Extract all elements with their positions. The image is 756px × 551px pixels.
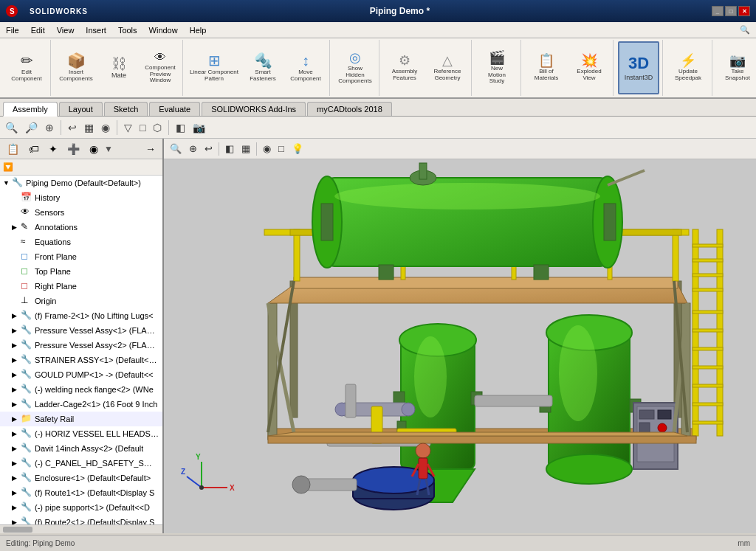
linear-pattern-icon: ⊞: [208, 53, 221, 68]
update-speedpak-button[interactable]: ⚡ UpdateSpeedpak: [667, 41, 709, 94]
display-mode-icon[interactable]: ▽: [122, 120, 134, 135]
toolbar-group-components: 📦 InsertComponents ⛓ Mate 👁 ComponentPre…: [52, 40, 183, 96]
menu-tools[interactable]: Tools: [112, 22, 143, 38]
tab-solidworks-addins[interactable]: SOLIDWORKS Add-Ins: [202, 102, 306, 116]
quick-search[interactable]: 🔍: [740, 25, 750, 35]
assembly-features-button[interactable]: ⚙ AssemblyFeatures: [384, 41, 425, 94]
config-manager-icon[interactable]: ✦: [45, 141, 61, 157]
tree-ladder[interactable]: ▶ 🔧 Ladder-Cage2<1> (16 Foot 9 Inch: [0, 397, 162, 412]
update-speedpak-icon: ⚡: [680, 54, 696, 67]
assembly-canvas[interactable]: X Y Z: [164, 146, 756, 519]
tree-cpanel[interactable]: ▶ 🔧 (-) C_PANEL_HD_SAFETY_SWITC: [0, 456, 162, 471]
tree-strainer[interactable]: ▶ 🔧 STRAINER ASSY<1> (Default<Det: [0, 353, 162, 367]
shading-icon[interactable]: □: [137, 120, 148, 135]
horizontal-scrollbar[interactable]: [0, 524, 162, 533]
tab-evaluate[interactable]: Evaluate: [149, 102, 200, 116]
tree-origin[interactable]: ⊥ Origin: [0, 294, 162, 308]
smart-fasteners-label: SmartFasteners: [250, 69, 276, 83]
previous-view-icon[interactable]: ↩: [66, 120, 79, 135]
top-plane-label: Top Plane: [35, 267, 71, 276]
show-hidden-label: ShowHiddenComponents: [338, 66, 371, 85]
insert-components-label: InsertComponents: [59, 69, 92, 83]
camera-icon[interactable]: 📷: [190, 120, 207, 135]
update-speedpak-label: UpdateSpeedpak: [675, 69, 701, 82]
menu-edit[interactable]: Edit: [25, 22, 51, 38]
tree-enclosure[interactable]: ▶ 🔧 Enclosure<1> (Default<Default>: [0, 471, 162, 485]
smart-fasteners-button[interactable]: 🔩 SmartFasteners: [242, 41, 284, 94]
tree-pipe-support[interactable]: ▶ 🔧 (-) pipe support<1> (Default<<D: [0, 500, 162, 515]
linear-pattern-button[interactable]: ⊞ Linear ComponentPattern: [188, 41, 241, 94]
tree-davit[interactable]: ▶ 🔧 Davit 14inch Assy<2> (Default: [0, 441, 162, 456]
tree-equations[interactable]: ≈ Equations: [0, 235, 162, 249]
tree-right-plane[interactable]: ◻ Right Plane: [0, 279, 162, 294]
scrollbar-thumb[interactable]: [3, 527, 32, 533]
toolbar-group-snapshot: 📷 TakeSnapshot: [714, 40, 756, 96]
instant3d-icon: 3D: [628, 54, 649, 73]
filter-input[interactable]: [13, 163, 159, 172]
dim-expert-icon[interactable]: ➕: [63, 141, 83, 157]
menu-view[interactable]: View: [51, 22, 80, 38]
menu-file[interactable]: File: [0, 22, 25, 38]
sensors-label: Sensors: [35, 208, 64, 217]
tree-pv1[interactable]: ▶ 🔧 Pressure Vessel Assy<1> (FLANGI: [0, 323, 162, 338]
tree-annotations[interactable]: ▶ ✎ Annotations: [0, 220, 162, 235]
close-button[interactable]: ✕: [738, 6, 750, 16]
reference-geometry-button[interactable]: △ ReferenceGeometry: [427, 41, 468, 94]
route1-arrow: ▶: [12, 489, 21, 496]
show-hidden-button[interactable]: ◎ ShowHiddenComponents: [334, 41, 376, 94]
feature-manager-icon[interactable]: 📋: [3, 141, 23, 157]
tab-assembly[interactable]: Assembly: [3, 102, 58, 117]
exploded-view-button[interactable]: 💥 ExplodedView: [568, 41, 610, 94]
zoom-icon[interactable]: 🔎: [23, 120, 40, 135]
maximize-button[interactable]: □: [725, 6, 737, 16]
property-manager-icon[interactable]: 🏷: [25, 141, 43, 157]
tree-weld-flange[interactable]: ▶ 🔧 (-) welding neck flange<2> (WNe: [0, 382, 162, 397]
new-motion-study-button[interactable]: 🎬 NewMotionStudy: [476, 41, 518, 94]
svg-rect-65: [693, 311, 723, 313]
tree-safety-rail[interactable]: ▶ 📁 Safety Rail: [0, 412, 162, 426]
edit-component-button[interactable]: ✏ EditComponent: [6, 41, 47, 94]
tree-top-plane[interactable]: ◻ Top Plane: [0, 264, 162, 279]
tree-frame[interactable]: ▶ 🔧 (f) Frame-2<1> (No Lifting Lugs<: [0, 308, 162, 323]
tree-sensors[interactable]: 👁 Sensors: [0, 205, 162, 220]
tree-gould-pump[interactable]: ▶ 🔧 GOULD PUMP<1> -> (Default<<: [0, 367, 162, 382]
tree-history[interactable]: 📅 History: [0, 190, 162, 205]
component-preview-button[interactable]: 👁 ComponentPreviewWindow: [141, 41, 179, 94]
mate-button[interactable]: ⛓ Mate: [98, 41, 140, 94]
instant3d-label: Instant3D: [625, 74, 653, 82]
svg-rect-64: [693, 288, 723, 291]
pv1-label: Pressure Vessel Assy<1> (FLANGI: [35, 326, 159, 335]
right-plane-label: Right Plane: [35, 282, 77, 291]
svg-rect-45: [346, 384, 356, 417]
tree-route2[interactable]: ▶ 🔧 (f) Route2<1> (Default<Display S: [0, 515, 162, 524]
tab-layout[interactable]: Layout: [59, 102, 103, 116]
window-controls[interactable]: _ □ ✕: [712, 6, 750, 16]
tree-horiz-vessel[interactable]: ▶ 🔧 (-) HORIZ VESSEL ELL HEADS-003: [0, 426, 162, 441]
tree-front-plane[interactable]: ◻ Front Plane: [0, 249, 162, 264]
tree-route1[interactable]: ▶ 🔧 (f) Route1<1> (Default<Display S: [0, 485, 162, 500]
instant3d-button[interactable]: 3D Instant3D: [618, 41, 659, 94]
enclosure-icon: 🔧: [21, 472, 32, 484]
appearance-icon[interactable]: ◉: [86, 141, 102, 157]
bill-of-materials-button[interactable]: 📋 Bill ofMaterials: [526, 41, 567, 94]
move-component-button[interactable]: ↕ MoveComponent: [285, 41, 326, 94]
view-grid-icon[interactable]: ▦: [82, 120, 96, 135]
expand-collapse-icon[interactable]: →: [142, 141, 159, 157]
viewport[interactable]: 🔍 ⊕ ↩ ◧ ▦ ◉ □ 💡: [164, 139, 756, 533]
menu-help[interactable]: Help: [184, 22, 213, 38]
safety-rail-arrow: ▶: [12, 415, 21, 423]
tree-pv2[interactable]: ▶ 🔧 Pressure Vessel Assy<2> (FLANGI: [0, 338, 162, 353]
section-view-icon[interactable]: ◧: [173, 120, 188, 135]
minimize-button[interactable]: _: [712, 6, 724, 16]
insert-components-button[interactable]: 📦 InsertComponents: [55, 41, 97, 94]
menu-insert[interactable]: Insert: [80, 22, 112, 38]
search-icon[interactable]: 🔍: [3, 120, 20, 135]
tab-sketch[interactable]: Sketch: [104, 102, 148, 116]
zoom-fit-icon[interactable]: ⊕: [43, 120, 56, 135]
take-snapshot-button[interactable]: 📷 TakeSnapshot: [717, 41, 756, 94]
menu-window[interactable]: Window: [143, 22, 184, 38]
view-circle-icon[interactable]: ◉: [99, 120, 112, 135]
tree-root[interactable]: ▼ 🔧 Piping Demo (Default<Default>): [0, 176, 162, 190]
tab-mycadtools[interactable]: myCADtools 2018: [307, 102, 392, 116]
render-icon[interactable]: ⬡: [151, 120, 164, 135]
